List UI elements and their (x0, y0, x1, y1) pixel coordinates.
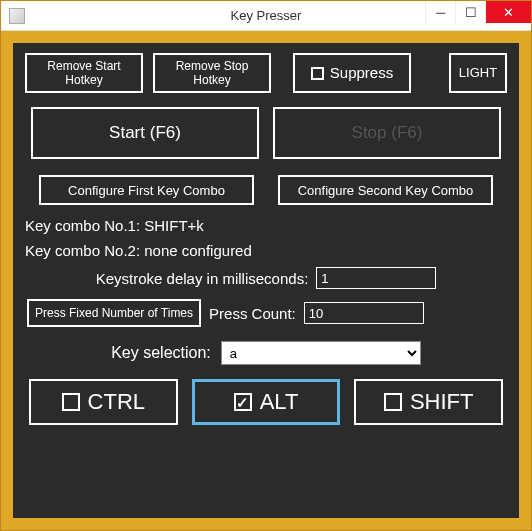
modifier-row: CTRL ALT SHIFT (25, 379, 507, 425)
close-button[interactable]: ✕ (485, 1, 531, 23)
ctrl-checkbox-icon (62, 393, 80, 411)
delay-label: Keystroke delay in milliseconds: (96, 270, 309, 287)
configure-first-combo-button[interactable]: Configure First Key Combo (39, 175, 254, 205)
press-row: Press Fixed Number of Times Press Count: (25, 299, 507, 327)
alt-checkbox-icon (234, 393, 252, 411)
alt-modifier-toggle[interactable]: ALT (192, 379, 341, 425)
start-stop-row: Start (F6) Stop (F6) (25, 107, 507, 159)
titlebar: Key Presser ─ ☐ ✕ (1, 1, 531, 31)
press-count-input[interactable] (304, 302, 424, 324)
suppress-label: Suppress (330, 64, 393, 82)
combo2-label: Key combo No.2: none configured (25, 242, 507, 259)
ctrl-label: CTRL (88, 389, 145, 415)
configure-second-combo-button[interactable]: Configure Second Key Combo (278, 175, 493, 205)
client-area: Remove Start Hotkey Remove Stop Hotkey S… (13, 43, 519, 518)
configure-row: Configure First Key Combo Configure Seco… (25, 175, 507, 205)
delay-input[interactable] (316, 267, 436, 289)
light-theme-button[interactable]: LIGHT (449, 53, 507, 93)
remove-start-hotkey-button[interactable]: Remove Start Hotkey (25, 53, 143, 93)
alt-label: ALT (260, 389, 299, 415)
stop-button[interactable]: Stop (F6) (273, 107, 501, 159)
suppress-toggle[interactable]: Suppress (293, 53, 411, 93)
shift-checkbox-icon (384, 393, 402, 411)
suppress-checkbox-icon (311, 67, 324, 80)
press-count-label: Press Count: (209, 305, 296, 322)
delay-row: Keystroke delay in milliseconds: (25, 267, 507, 289)
minimize-button[interactable]: ─ (425, 1, 455, 23)
key-selection-row: Key selection: a (25, 341, 507, 365)
window-title: Key Presser (231, 8, 302, 23)
remove-stop-hotkey-button[interactable]: Remove Stop Hotkey (153, 53, 271, 93)
key-selection-dropdown[interactable]: a (221, 341, 421, 365)
app-window: Key Presser ─ ☐ ✕ Remove Start Hotkey Re… (0, 0, 532, 531)
key-selection-label: Key selection: (111, 344, 211, 362)
maximize-button[interactable]: ☐ (455, 1, 485, 23)
press-fixed-times-button[interactable]: Press Fixed Number of Times (27, 299, 201, 327)
start-button[interactable]: Start (F6) (31, 107, 259, 159)
ctrl-modifier-toggle[interactable]: CTRL (29, 379, 178, 425)
combo1-label: Key combo No.1: SHIFT+k (25, 217, 507, 234)
shift-label: SHIFT (410, 389, 474, 415)
shift-modifier-toggle[interactable]: SHIFT (354, 379, 503, 425)
hotkey-row: Remove Start Hotkey Remove Stop Hotkey S… (25, 53, 507, 93)
app-icon (9, 8, 25, 24)
window-controls: ─ ☐ ✕ (425, 1, 531, 23)
